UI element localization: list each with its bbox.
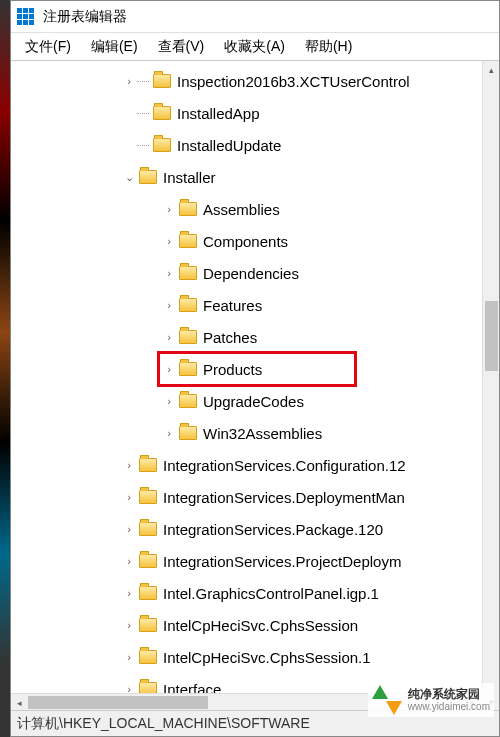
chevron-right-icon[interactable]: › [121,649,137,665]
vertical-scrollbar[interactable]: ▴ ▾ [482,61,499,710]
titlebar[interactable]: 注册表编辑器 [11,1,499,33]
folder-icon [139,650,157,664]
menubar: 文件(F) 编辑(E) 查看(V) 收藏夹(A) 帮助(H) [11,33,499,61]
vertical-scroll-thumb[interactable] [485,301,498,371]
menu-edit[interactable]: 编辑(E) [81,35,148,59]
tree-node-label: InstalledUpdate [177,137,281,154]
expander-empty [121,105,137,121]
menu-favorites[interactable]: 收藏夹(A) [214,35,295,59]
chevron-right-icon[interactable]: › [161,329,177,345]
chevron-right-icon[interactable]: › [121,585,137,601]
tree-node-label: Dependencies [203,265,299,282]
folder-icon [153,74,171,88]
scroll-left-arrow[interactable]: ◂ [11,694,28,711]
folder-icon [139,522,157,536]
chevron-right-icon[interactable]: › [121,521,137,537]
tree-node[interactable]: ›Products [11,353,499,385]
tree-connector [137,145,149,146]
chevron-right-icon[interactable]: › [161,265,177,281]
window-title: 注册表编辑器 [43,8,127,26]
tree-node[interactable]: ›Win32Assemblies [11,417,499,449]
chevron-right-icon[interactable]: › [161,425,177,441]
tree-node-label: IntelCpHeciSvc.CphsSession [163,617,358,634]
watermark: 纯净系统家园 www.yidaimei.com [368,683,494,717]
tree-node-label: UpgradeCodes [203,393,304,410]
tree-node-label: Features [203,297,262,314]
tree-node-label: Patches [203,329,257,346]
tree-node[interactable]: ›Assemblies [11,193,499,225]
watermark-url: www.yidaimei.com [408,701,490,713]
watermark-text: 纯净系统家园 www.yidaimei.com [408,687,490,713]
regedit-window: 注册表编辑器 文件(F) 编辑(E) 查看(V) 收藏夹(A) 帮助(H) ›I… [10,0,500,737]
chevron-right-icon[interactable]: › [121,489,137,505]
tree-node-label: Intel.GraphicsControlPanel.igp.1 [163,585,379,602]
desktop-background-strip [0,0,10,737]
folder-icon [179,426,197,440]
chevron-right-icon[interactable]: › [121,553,137,569]
chevron-right-icon[interactable]: › [161,233,177,249]
tree-node-label: Win32Assemblies [203,425,322,442]
folder-icon [179,362,197,376]
watermark-name: 纯净系统家园 [408,687,490,701]
watermark-logo-icon [372,685,402,715]
tree-node[interactable]: ⌄Installer [11,161,499,193]
menu-help[interactable]: 帮助(H) [295,35,362,59]
tree-node[interactable]: ›Dependencies [11,257,499,289]
tree-node[interactable]: ›UpgradeCodes [11,385,499,417]
tree-node[interactable]: InstalledUpdate [11,129,499,161]
tree-node[interactable]: ›IntegrationServices.ProjectDeploym [11,545,499,577]
tree-node[interactable]: ›Intel.GraphicsControlPanel.igp.1 [11,577,499,609]
folder-icon [179,234,197,248]
chevron-right-icon[interactable]: › [121,617,137,633]
folder-icon [153,138,171,152]
chevron-right-icon[interactable]: › [121,457,137,473]
tree-node-label: Products [203,361,262,378]
folder-icon [179,266,197,280]
tree-node[interactable]: ›IntegrationServices.DeploymentMan [11,481,499,513]
chevron-right-icon[interactable]: › [121,73,137,89]
menu-file[interactable]: 文件(F) [15,35,81,59]
tree-pane[interactable]: ›Inspection2016b3.XCTUserControlInstalle… [11,61,499,710]
tree-node[interactable]: ›IntegrationServices.Configuration.12 [11,449,499,481]
scroll-up-arrow[interactable]: ▴ [483,61,499,78]
tree-node[interactable]: ›Patches [11,321,499,353]
expander-empty [121,137,137,153]
tree-node[interactable]: InstalledApp [11,97,499,129]
status-path: 计算机\HKEY_LOCAL_MACHINE\SOFTWARE [17,715,310,733]
chevron-right-icon[interactable]: › [161,201,177,217]
tree-node-label: IntegrationServices.Package.120 [163,521,383,538]
content-area: ›Inspection2016b3.XCTUserControlInstalle… [11,61,499,710]
folder-icon [139,490,157,504]
folder-icon [139,170,157,184]
tree-node-label: Installer [163,169,216,186]
chevron-right-icon[interactable]: › [161,297,177,313]
folder-icon [179,298,197,312]
folder-icon [179,330,197,344]
tree-node-label: IntegrationServices.Configuration.12 [163,457,406,474]
chevron-right-icon[interactable]: › [161,361,177,377]
horizontal-scroll-thumb[interactable] [28,696,208,709]
tree-connector [137,113,149,114]
tree-node-label: Assemblies [203,201,280,218]
chevron-right-icon[interactable]: › [161,393,177,409]
tree-node[interactable]: ›IntelCpHeciSvc.CphsSession.1 [11,641,499,673]
tree-node[interactable]: ›IntegrationServices.Package.120 [11,513,499,545]
regedit-app-icon [17,8,35,26]
folder-icon [153,106,171,120]
folder-icon [139,554,157,568]
tree-node-label: Components [203,233,288,250]
tree-connector [137,81,149,82]
folder-icon [139,586,157,600]
tree-node[interactable]: ›IntelCpHeciSvc.CphsSession [11,609,499,641]
menu-view[interactable]: 查看(V) [148,35,215,59]
registry-tree: ›Inspection2016b3.XCTUserControlInstalle… [11,61,499,710]
tree-node-label: InstalledApp [177,105,260,122]
tree-node[interactable]: ›Components [11,225,499,257]
tree-node[interactable]: ›Inspection2016b3.XCTUserControl [11,65,499,97]
chevron-down-icon[interactable]: ⌄ [121,169,137,185]
folder-icon [139,458,157,472]
folder-icon [139,618,157,632]
tree-node[interactable]: ›Features [11,289,499,321]
tree-node-label: Inspection2016b3.XCTUserControl [177,73,410,90]
tree-node-label: IntegrationServices.ProjectDeploym [163,553,401,570]
